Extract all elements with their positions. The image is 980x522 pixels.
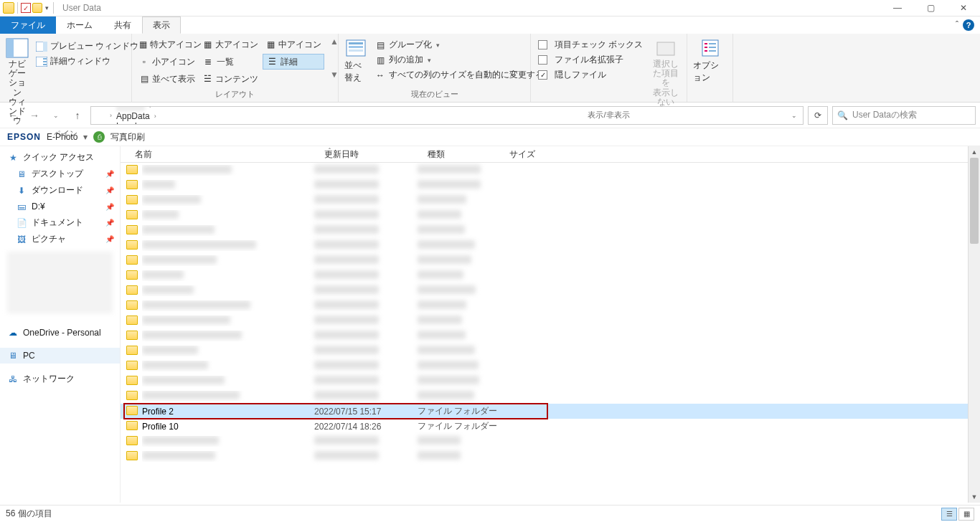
qat-properties-icon[interactable]: ✓	[21, 3, 31, 13]
table-row[interactable]	[121, 223, 980, 238]
breadcrumb-3[interactable]: ›	[115, 106, 163, 112]
address-bar[interactable]: › PC›OS (C:)›ユーザー››AppData›Local›Google›…	[90, 106, 804, 125]
pc-icon: 🖥	[7, 350, 19, 361]
scrollbar-thumb[interactable]	[970, 158, 979, 244]
group-by-button[interactable]: ▤グループ化▾	[372, 38, 547, 52]
table-row[interactable]	[121, 374, 980, 389]
nav-quick-item-4[interactable]: 🖼ピクチャ📌	[0, 231, 120, 247]
nav-quick-item-1[interactable]: ⬇ダウンロード📌	[0, 182, 120, 199]
file-name: Profile 10	[142, 422, 314, 432]
file-rows[interactable]: Profile 22022/07/15 15:17ファイル フォルダーProfi…	[121, 163, 980, 503]
layout-content[interactable]: ☱コンテンツ	[199, 71, 261, 87]
checkbox-hidden-files[interactable]: ✓隠しファイル	[535, 68, 646, 82]
close-button[interactable]: ✕	[947, 0, 980, 16]
up-button[interactable]: ↑	[69, 107, 86, 124]
table-row[interactable]	[121, 328, 980, 343]
file-type: ファイル フォルダー	[418, 405, 575, 417]
nav-quick-item-0[interactable]: 🖥デスクトップ📌	[0, 166, 120, 182]
minimize-button[interactable]: —	[881, 0, 914, 16]
layout-scroll-down-icon[interactable]: ▼	[330, 70, 339, 80]
file-date: 2022/07/15 15:17	[314, 407, 418, 417]
layout-list[interactable]: ≣一覧	[199, 54, 261, 70]
add-columns-button[interactable]: ▥列の追加▾	[372, 53, 547, 67]
epson-print-label[interactable]: 写真印刷	[110, 131, 145, 143]
search-box[interactable]: 🔍 User Dataの検索	[832, 106, 976, 125]
layout-large[interactable]: ▦大アイコン	[199, 37, 261, 52]
layout-small[interactable]: ▫小アイコン	[136, 54, 198, 70]
tab-file[interactable]: ファイル	[0, 16, 56, 34]
details-pane-button[interactable]: 詳細ウィンドウ	[33, 54, 141, 68]
nav-quick-access[interactable]: ★ クイック アクセス	[0, 149, 120, 166]
table-row[interactable]	[121, 283, 980, 298]
nav-quick-item-3[interactable]: 📄ドキュメント📌	[0, 214, 120, 231]
ribbon-collapse-icon[interactable]: ˆ	[956, 20, 958, 30]
svg-rect-1	[6, 39, 14, 57]
preview-pane-button[interactable]: プレビュー ウィンドウ	[33, 39, 141, 53]
tab-share[interactable]: 共有	[103, 16, 142, 34]
table-row[interactable]	[121, 389, 980, 404]
view-large-icons-button[interactable]: ▦	[958, 508, 974, 521]
scroll-up-icon[interactable]: ▲	[969, 146, 980, 158]
nav-network[interactable]: 🖧 ネットワーク	[0, 371, 120, 387]
nav-pc[interactable]: 🖥 PC	[0, 348, 120, 364]
nav-onedrive[interactable]: ☁ OneDrive - Personal	[0, 325, 120, 341]
refresh-button[interactable]: ⟳	[808, 106, 828, 125]
qat-dropdown-icon[interactable]: ▾	[44, 4, 50, 11]
layout-medium[interactable]: ▦中アイコン	[263, 37, 324, 52]
layout-tiles[interactable]: ▤並べて表示	[136, 71, 198, 87]
table-row[interactable]	[121, 178, 980, 193]
column-headers[interactable]: 名前 ˆ 更新日時 種類 サイズ	[121, 146, 980, 163]
layout-scroll-up-icon[interactable]: ▲	[330, 37, 339, 47]
tab-home[interactable]: ホーム	[56, 16, 103, 34]
doc-icon: 📄	[16, 217, 27, 229]
autosize-columns-button[interactable]: ↔すべての列のサイズを自動的に変更する	[372, 68, 547, 82]
back-button[interactable]: ←	[4, 107, 22, 124]
table-row[interactable]	[121, 298, 980, 313]
tab-view[interactable]: 表示	[142, 16, 181, 34]
maximize-button[interactable]: ▢	[914, 0, 947, 16]
hide-selected-button: 選択した項目を 表示しない	[649, 37, 682, 108]
svg-rect-5	[43, 58, 47, 60]
table-row[interactable]	[121, 238, 980, 253]
epson-toolbar: EPSON E-Photo ▾ ⎙ 写真印刷	[0, 128, 980, 146]
table-row[interactable]	[121, 343, 980, 359]
breadcrumb-4[interactable]: AppData›	[115, 111, 163, 121]
ribbon-tabs: ファイル ホーム 共有 表示 ˆ ?	[0, 16, 980, 34]
breadcrumb-5[interactable]: Local›	[115, 121, 163, 125]
checkbox-item-checkboxes[interactable]: 項目チェック ボックス	[535, 38, 646, 52]
sort-button[interactable]: 並べ替え	[343, 37, 369, 85]
scroll-down-icon[interactable]: ▼	[969, 491, 980, 503]
recent-locations-button[interactable]: ⌄	[47, 107, 65, 124]
vertical-scrollbar[interactable]: ▲ ▼	[968, 146, 980, 503]
table-row[interactable]	[121, 193, 980, 208]
table-row[interactable]	[121, 313, 980, 328]
star-icon: ★	[7, 152, 19, 163]
column-type[interactable]: 種類	[422, 146, 504, 162]
view-details-button[interactable]: ☰	[941, 508, 957, 521]
table-row[interactable]: Profile 22022/07/15 15:17ファイル フォルダー	[121, 404, 980, 419]
table-row[interactable]: Profile 102022/07/14 18:26ファイル フォルダー	[121, 419, 980, 434]
column-name[interactable]: 名前	[129, 146, 319, 162]
table-row[interactable]	[121, 163, 980, 178]
navigation-pane[interactable]: ★ クイック アクセス 🖥デスクトップ📌⬇ダウンロード📌🖴D:¥📌📄ドキュメント…	[0, 146, 121, 503]
window-title: User Data	[62, 3, 101, 13]
table-row[interactable]	[121, 208, 980, 223]
options-button[interactable]: オプション	[692, 37, 728, 85]
table-row[interactable]	[121, 253, 980, 268]
column-date[interactable]: 更新日時	[319, 146, 422, 162]
column-size[interactable]: サイズ	[504, 146, 564, 162]
table-row[interactable]	[121, 434, 980, 449]
nav-quick-item-2[interactable]: 🖴D:¥📌	[0, 199, 120, 214]
pin-icon: 📌	[105, 235, 114, 243]
epson-logo: EPSON	[7, 132, 41, 142]
checkbox-file-extensions[interactable]: ファイル名拡張子	[535, 53, 646, 67]
table-row[interactable]	[121, 268, 980, 283]
table-row[interactable]	[121, 359, 980, 374]
address-dropdown-icon[interactable]: ⌄	[788, 112, 800, 119]
layout-details[interactable]: ☰詳細	[263, 54, 324, 70]
qat-newfolder-icon[interactable]	[32, 3, 42, 13]
search-icon: 🔍	[837, 110, 848, 120]
layout-extra-large[interactable]: ▦特大アイコン	[136, 37, 198, 52]
help-icon[interactable]: ?	[963, 19, 974, 31]
table-row[interactable]	[121, 449, 980, 464]
